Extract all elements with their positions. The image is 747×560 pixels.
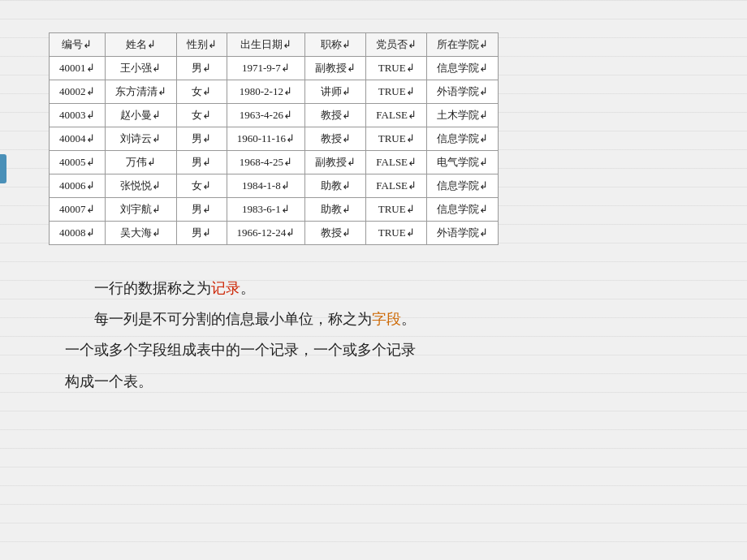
table-cell: 电气学院↲ — [427, 151, 499, 174]
text-line-2: 每一列是不可分割的信息最小单位，称之为字段。 — [65, 305, 698, 333]
table-cell: 外语学院↲ — [427, 222, 499, 245]
table-cell: 1960-11-16↲ — [227, 127, 305, 151]
table-header-cell: 姓名↲ — [105, 33, 176, 57]
table-header-cell: 编号↲ — [50, 33, 106, 57]
table-cell: 男↲ — [176, 198, 227, 222]
table-cell: TRUE↲ — [366, 222, 427, 245]
table-header-cell: 所在学院↲ — [427, 33, 499, 57]
table-cell: 40006↲ — [50, 174, 106, 198]
table-cell: TRUE↲ — [366, 198, 427, 222]
table-row: 40005↲万伟↲男↲1968-4-25↲副教授↲FALSE↲电气学院↲ — [50, 151, 499, 174]
table-cell: 信息学院↲ — [427, 198, 499, 222]
table-cell: 女↲ — [176, 80, 227, 104]
table-row: 40006↲张悦悦↲女↲1984-1-8↲助教↲FALSE↲信息学院↲ — [50, 174, 499, 198]
line1-highlight: 记录 — [211, 280, 240, 296]
table-cell: 信息学院↲ — [427, 127, 499, 151]
table-cell: TRUE↲ — [366, 57, 427, 80]
table-cell: 土木学院↲ — [427, 104, 499, 127]
table-cell: 副教授↲ — [305, 151, 366, 174]
text-line-3: 一个或多个字段组成表中的一个记录，一个或多个记录 — [65, 336, 698, 364]
line1-pre: 一行的数据称之为 — [94, 280, 211, 296]
table-cell: 40001↲ — [50, 57, 106, 80]
table-cell: FALSE↲ — [366, 174, 427, 198]
table-cell: 讲师↲ — [305, 80, 366, 104]
table-cell: 教授↲ — [305, 127, 366, 151]
table-header-cell: 党员否↲ — [366, 33, 427, 57]
table-cell: 教授↲ — [305, 104, 366, 127]
blue-accent-bar — [0, 154, 6, 183]
table-row: 40007↲刘宇航↲男↲1983-6-1↲助教↲TRUE↲信息学院↲ — [50, 198, 499, 222]
table-cell: 男↲ — [176, 127, 227, 151]
table-row: 40002↲东方清清↲女↲1980-2-12↲讲师↲TRUE↲外语学院↲ — [50, 80, 499, 104]
table-row: 40004↲刘诗云↲男↲1960-11-16↲教授↲TRUE↲信息学院↲ — [50, 127, 499, 151]
table-cell: 1984-1-8↲ — [227, 174, 305, 198]
table-cell: 男↲ — [176, 222, 227, 245]
table-row: 40003↲赵小曼↲女↲1963-4-26↲教授↲FALSE↲土木学院↲ — [50, 104, 499, 127]
table-cell: 男↲ — [176, 151, 227, 174]
line2-post: 。 — [401, 311, 416, 327]
table-cell: 外语学院↲ — [427, 80, 499, 104]
table-header-cell: 出生日期↲ — [227, 33, 305, 57]
faculty-table: 编号↲姓名↲性别↲出生日期↲职称↲党员否↲所在学院↲ 40001↲王小强↲男↲1… — [49, 32, 499, 245]
table-row: 40008↲吴大海↲男↲1966-12-24↲教授↲TRUE↲外语学院↲ — [50, 222, 499, 245]
table-cell: 助教↲ — [305, 174, 366, 198]
table-cell: 男↲ — [176, 57, 227, 80]
table-cell: 刘宇航↲ — [105, 198, 176, 222]
table-cell: 40002↲ — [50, 80, 106, 104]
table-cell: 40005↲ — [50, 151, 106, 174]
text-section: 一行的数据称之为记录。 每一列是不可分割的信息最小单位，称之为字段。 一个或多个… — [49, 274, 698, 395]
table-cell: 1980-2-12↲ — [227, 80, 305, 104]
slide-container: 编号↲姓名↲性别↲出生日期↲职称↲党员否↲所在学院↲ 40001↲王小强↲男↲1… — [0, 0, 747, 560]
table-cell: 女↲ — [176, 174, 227, 198]
table-cell: TRUE↲ — [366, 80, 427, 104]
table-cell: 张悦悦↲ — [105, 174, 176, 198]
table-cell: 刘诗云↲ — [105, 127, 176, 151]
table-cell: 赵小曼↲ — [105, 104, 176, 127]
table-cell: 教授↲ — [305, 222, 366, 245]
text-line-4: 构成一个表。 — [65, 368, 698, 395]
table-row: 40001↲王小强↲男↲1971-9-7↲副教授↲TRUE↲信息学院↲ — [50, 57, 499, 80]
line1-post: 。 — [240, 280, 255, 296]
table-cell: 1963-4-26↲ — [227, 104, 305, 127]
text-line-1: 一行的数据称之为记录。 — [65, 274, 698, 302]
table-cell: 40008↲ — [50, 222, 106, 245]
table-cell: 1966-12-24↲ — [227, 222, 305, 245]
line2-highlight: 字段 — [372, 311, 401, 327]
table-cell: 信息学院↲ — [427, 174, 499, 198]
table-cell: 副教授↲ — [305, 57, 366, 80]
table-cell: 40004↲ — [50, 127, 106, 151]
table-cell: 助教↲ — [305, 198, 366, 222]
table-cell: 女↲ — [176, 104, 227, 127]
table-cell: FALSE↲ — [366, 151, 427, 174]
table-cell: 1983-6-1↲ — [227, 198, 305, 222]
data-table-wrapper: 编号↲姓名↲性别↲出生日期↲职称↲党员否↲所在学院↲ 40001↲王小强↲男↲1… — [49, 32, 698, 245]
table-header-cell: 职称↲ — [305, 33, 366, 57]
table-header-cell: 性别↲ — [176, 33, 227, 57]
table-cell: 王小强↲ — [105, 57, 176, 80]
table-cell: 信息学院↲ — [427, 57, 499, 80]
table-cell: 东方清清↲ — [105, 80, 176, 104]
table-cell: TRUE↲ — [366, 127, 427, 151]
table-cell: 40007↲ — [50, 198, 106, 222]
line2-pre: 每一列是不可分割的信息最小单位，称之为 — [94, 311, 372, 327]
table-cell: 万伟↲ — [105, 151, 176, 174]
table-cell: 吴大海↲ — [105, 222, 176, 245]
table-cell: FALSE↲ — [366, 104, 427, 127]
table-cell: 1968-4-25↲ — [227, 151, 305, 174]
table-header-row: 编号↲姓名↲性别↲出生日期↲职称↲党员否↲所在学院↲ — [50, 33, 499, 57]
table-cell: 40003↲ — [50, 104, 106, 127]
table-cell: 1971-9-7↲ — [227, 57, 305, 80]
